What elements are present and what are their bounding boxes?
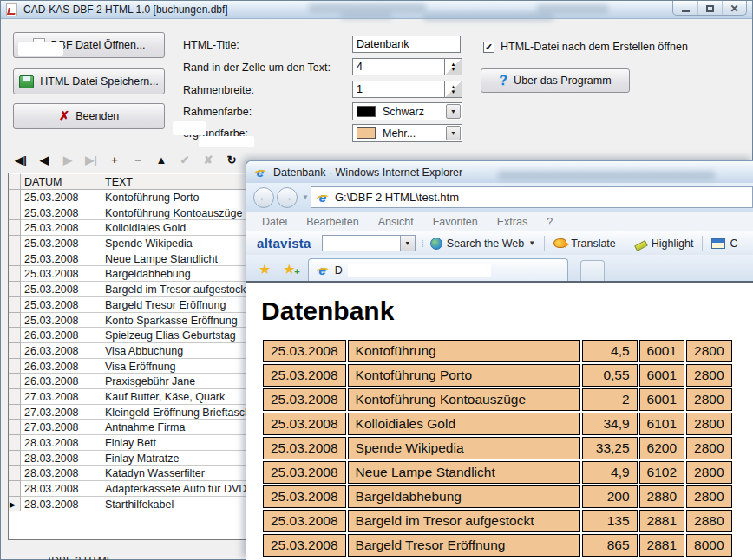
- grid-cell: 25.03.2008: [21, 313, 101, 329]
- nav-refresh-button[interactable]: ↻: [226, 153, 238, 166]
- spin-updown-icon[interactable]: ▲▼: [445, 81, 462, 98]
- menu-item[interactable]: ?: [547, 216, 553, 228]
- datum-column-header[interactable]: DATUM: [21, 173, 101, 190]
- nav-first-button[interactable]: ◀|: [15, 153, 27, 166]
- page-table-cell: 2880: [686, 510, 731, 532]
- window-pane-icon: [711, 238, 725, 249]
- border-width-label: Rahmenbreite:: [183, 84, 254, 96]
- translate-button[interactable]: Translate: [553, 238, 616, 250]
- menu-item[interactable]: Datei: [262, 216, 287, 228]
- quit-button[interactable]: ✗ Beenden: [13, 103, 165, 129]
- nav-prior-button[interactable]: ◀: [38, 153, 50, 166]
- grid-cell: 25.03.2008: [21, 297, 101, 313]
- open-after-create-option[interactable]: ✓ HTML-Datei nach dem Erstellen öffnen: [483, 41, 688, 53]
- page-table-row: 25.03.2008Kontoführung Kontoauszüge26001…: [263, 388, 732, 411]
- history-dropdown-icon[interactable]: ▼: [302, 193, 309, 201]
- grid-cell: 27.03.2008: [21, 405, 101, 420]
- page-table-body: 25.03.2008Kontoführung4,56001280025.03.2…: [263, 340, 732, 557]
- page-table-cell: 6001: [639, 388, 684, 411]
- page-table-cell: Kontoführung Porto: [348, 364, 580, 387]
- redaction-blob: [173, 121, 206, 135]
- address-bar[interactable]: e G:\DBF 2 HTML\test.htm: [311, 186, 753, 208]
- page-table-cell: 6102: [639, 461, 684, 484]
- border-width-spinner: ▲▼: [352, 81, 462, 98]
- border-color-value: Schwarz: [383, 106, 446, 118]
- cell-padding-input[interactable]: [352, 58, 445, 75]
- new-tab-button[interactable]: [580, 260, 605, 281]
- altavista-search-input[interactable]: ▼: [322, 235, 416, 251]
- maximize-button[interactable]: [697, 1, 722, 16]
- forward-button[interactable]: →: [277, 187, 298, 208]
- app-icon: [6, 3, 17, 16]
- page-table-cell: 25.03.2008: [263, 388, 346, 411]
- chevron-down-icon[interactable]: ▼: [446, 104, 461, 119]
- minimize-button[interactable]: [673, 1, 697, 16]
- toolbar-splitter[interactable]: ⁞: [422, 238, 424, 249]
- globe-icon: [430, 238, 442, 250]
- about-button[interactable]: ? Über das Programm: [481, 68, 630, 93]
- nav-cancel-button[interactable]: ✘: [202, 153, 214, 166]
- favorites-star-icon[interactable]: ★: [259, 258, 271, 281]
- page-table-cell: Bargeldabhebung: [348, 485, 580, 508]
- html-title-input[interactable]: [352, 36, 461, 53]
- menu-item[interactable]: Extras: [497, 216, 527, 228]
- open-dbf-label: DBF Datei Öffnen...: [51, 39, 146, 51]
- page-table-cell: 2881: [639, 534, 684, 557]
- save-html-button[interactable]: HTML Datei Speichern...: [13, 68, 165, 94]
- border-color-select[interactable]: Schwarz ▼: [352, 102, 462, 120]
- grid-cell: 28.03.2008: [21, 435, 101, 451]
- altavista-toolbar: altavista ▼ ⁞ Search the Web ▼ Translate…: [246, 231, 753, 255]
- page-table-cell: 25.03.2008: [263, 485, 346, 508]
- cutoff-label: C: [730, 238, 737, 250]
- spin-updown-icon[interactable]: ▲▼: [445, 58, 462, 75]
- minimize-icon: [682, 10, 690, 12]
- page-table-cell: 25.03.2008: [263, 534, 346, 557]
- nav-insert-button[interactable]: +: [108, 153, 121, 166]
- page-table-cell: Kolloidiales Gold: [348, 413, 580, 435]
- page-table-cell: 25.03.2008: [263, 340, 346, 362]
- page-favicon: e: [316, 191, 330, 205]
- border-width-input[interactable]: [352, 81, 445, 98]
- menu-item[interactable]: Bearbeiten: [306, 216, 358, 228]
- nav-edit-button[interactable]: ▲: [155, 153, 167, 166]
- checkbox-checked-icon[interactable]: ✓: [483, 42, 494, 53]
- tab-favicon: e: [316, 264, 330, 277]
- add-favorite-icon[interactable]: ★: [283, 258, 295, 281]
- statusbar-partial-text: \DBF 2 HTML: [49, 555, 112, 560]
- toolbar-separator: [544, 236, 545, 251]
- row-indicator: [9, 405, 21, 420]
- close-button[interactable]: ✕: [722, 1, 746, 16]
- back-button[interactable]: ←: [253, 187, 274, 208]
- grid-cell: 27.03.2008: [21, 420, 101, 435]
- altavista-logo: altavista: [257, 236, 311, 251]
- babelfish-icon: [553, 238, 566, 248]
- highlight-button[interactable]: Highlight: [634, 238, 694, 250]
- cutoff-toolbar-button[interactable]: C: [711, 238, 737, 250]
- row-indicator: [9, 190, 21, 205]
- grid-cell: 25.03.2008: [21, 220, 101, 236]
- background-color-select[interactable]: Mehr... ▼: [352, 124, 462, 142]
- page-table-cell: 25.03.2008: [263, 437, 346, 459]
- chevron-down-icon[interactable]: ▼: [446, 126, 461, 140]
- nav-next-button[interactable]: ▶: [62, 153, 74, 166]
- page-table-cell: 0,55: [582, 364, 638, 387]
- grid-cell: 27.03.2008: [21, 389, 101, 405]
- row-indicator: [9, 220, 21, 236]
- row-indicator: [9, 420, 21, 435]
- page-table-cell: 6001: [639, 340, 684, 362]
- menu-item[interactable]: Ansicht: [378, 216, 414, 228]
- grid-cell: 25.03.2008: [21, 282, 101, 297]
- nav-delete-button[interactable]: −: [132, 153, 144, 166]
- nav-last-button[interactable]: ▶|: [85, 153, 97, 166]
- highlight-label: Highlight: [652, 238, 694, 250]
- page-table-cell: 33,25: [582, 437, 638, 459]
- search-the-web-button[interactable]: Search the Web ▼: [430, 238, 535, 250]
- nav-post-button[interactable]: ✔: [179, 153, 191, 166]
- translate-label: Translate: [571, 238, 616, 250]
- menu-item[interactable]: Favoriten: [433, 216, 478, 228]
- grid-cell: 28.03.2008: [21, 497, 101, 512]
- page-table-cell: 4,5: [582, 340, 638, 362]
- db-navigator: ◀|◀▶▶|+−▲✔✘↻: [15, 153, 238, 166]
- active-tab[interactable]: e D: [308, 258, 568, 281]
- chevron-down-icon[interactable]: ▼: [400, 236, 415, 251]
